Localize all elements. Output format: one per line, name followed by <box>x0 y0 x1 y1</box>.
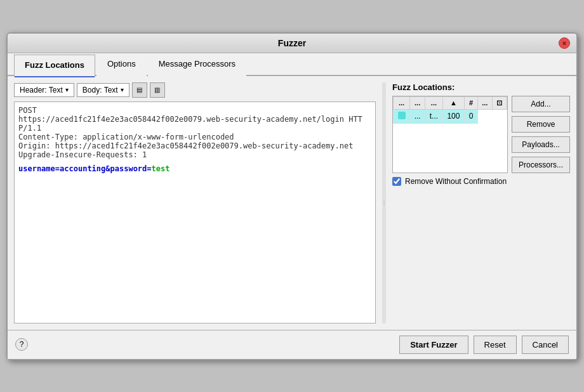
action-buttons: Add... Remove Payloads... Processors... <box>512 96 570 173</box>
header-type-dropdown[interactable]: Header: Text ▾ <box>14 83 74 97</box>
param-key-username: username= <box>18 164 60 173</box>
footer: ? Start Fuzzer Reset Cancel <box>8 330 576 359</box>
title-bar: Fuzzer × <box>8 34 576 53</box>
param-val-accounting: accounting <box>60 164 105 173</box>
tab-fuzz-locations[interactable]: Fuzz Locations <box>14 55 95 77</box>
fuzz-right-container: ... ... ... ▲ # ... ⊡ <box>392 96 570 173</box>
request-header-text: POST https://aced1fc21f4e2e3ac058442f002… <box>18 106 371 159</box>
resize-handle[interactable]: ⋮ <box>382 82 386 323</box>
dialog-title: Fuzzer <box>25 38 559 48</box>
close-button[interactable]: × <box>559 37 570 49</box>
chevron-down-icon: ▾ <box>65 86 69 93</box>
start-fuzzer-button[interactable]: Start Fuzzer <box>399 336 468 354</box>
fuzzer-dialog: Fuzzer × Fuzz Locations Options Message … <box>6 32 578 360</box>
left-panel: Header: Text ▾ Body: Text ▾ ▤ ▥ POST htt… <box>14 82 376 323</box>
payloads-button[interactable]: Payloads... <box>512 136 570 153</box>
processors-button[interactable]: Processors... <box>512 157 570 173</box>
col-header-1: ... <box>394 96 410 109</box>
param-key-password: &password= <box>105 164 151 173</box>
main-content: Header: Text ▾ Body: Text ▾ ▤ ▥ POST htt… <box>8 76 576 330</box>
col-header-2: ... <box>410 96 425 109</box>
right-panel: Fuzz Locations: ... ... ... ▲ # ... <box>392 82 570 323</box>
remove-button[interactable]: Remove <box>512 116 570 133</box>
request-editor[interactable]: POST https://aced1fc21f4e2e3ac058442f002… <box>14 101 376 323</box>
toolbar: Header: Text ▾ Body: Text ▾ ▤ ▥ <box>14 82 376 98</box>
col-header-3: ... <box>425 96 443 109</box>
help-button[interactable]: ? <box>15 338 28 351</box>
tab-message-processors[interactable]: Message Processors <box>148 53 246 76</box>
tab-bar: Fuzz Locations Options Message Processor… <box>8 53 576 76</box>
row-cell-marker <box>394 109 410 123</box>
param-val-test: test <box>152 164 170 173</box>
col-header-4: ▲ <box>442 96 465 109</box>
request-body-text: username=accounting&password=test <box>18 164 371 173</box>
remove-confirm-label: Remove Without Confirmation <box>405 177 507 186</box>
cancel-button[interactable]: Cancel <box>522 336 569 354</box>
row-cell-col2: t... <box>425 109 443 123</box>
footer-left: ? <box>15 338 394 351</box>
col-header-5: # <box>465 96 478 109</box>
add-button[interactable]: Add... <box>512 96 570 112</box>
chevron-down-icon: ▾ <box>121 86 124 93</box>
view-toggle-button-1[interactable]: ▤ <box>132 82 147 98</box>
col-header-7: ⊡ <box>492 96 507 109</box>
body-type-dropdown[interactable]: Body: Text ▾ <box>77 83 129 97</box>
reset-button[interactable]: Reset <box>474 336 517 354</box>
row-cell-col1: ... <box>410 109 425 123</box>
fuzz-locations-label: Fuzz Locations: <box>392 82 570 92</box>
table-row[interactable]: ... t... 100 0 <box>394 109 507 123</box>
fuzz-table-container: ... ... ... ▲ # ... ⊡ <box>392 96 508 173</box>
row-cell-col3: 100 <box>442 109 465 123</box>
col-header-6: ... <box>477 96 492 109</box>
remove-confirm-checkbox[interactable] <box>392 177 401 186</box>
row-cell-col4: 0 <box>465 109 478 123</box>
view-toggle-button-2[interactable]: ▥ <box>150 82 165 98</box>
fuzz-locations-table: ... ... ... ▲ # ... ⊡ <box>393 96 507 124</box>
remove-confirmation-row: Remove Without Confirmation <box>392 177 570 186</box>
tab-options[interactable]: Options <box>96 53 147 76</box>
